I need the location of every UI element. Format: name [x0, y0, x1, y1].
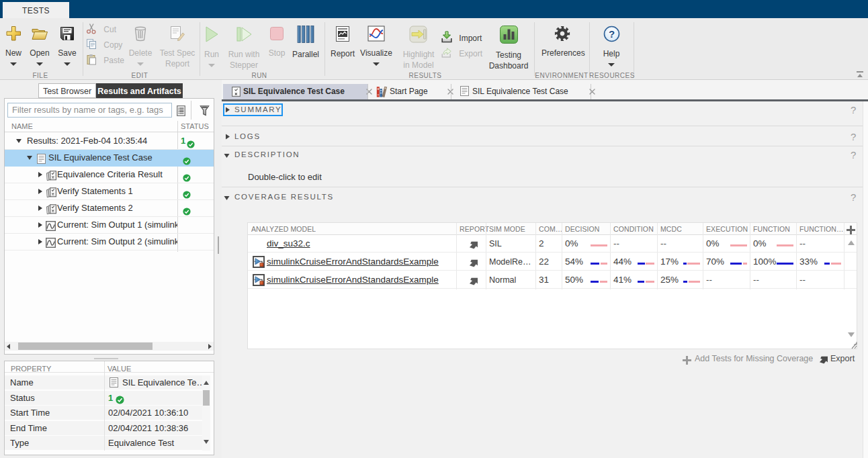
svg-text:?: ?	[608, 28, 614, 40]
